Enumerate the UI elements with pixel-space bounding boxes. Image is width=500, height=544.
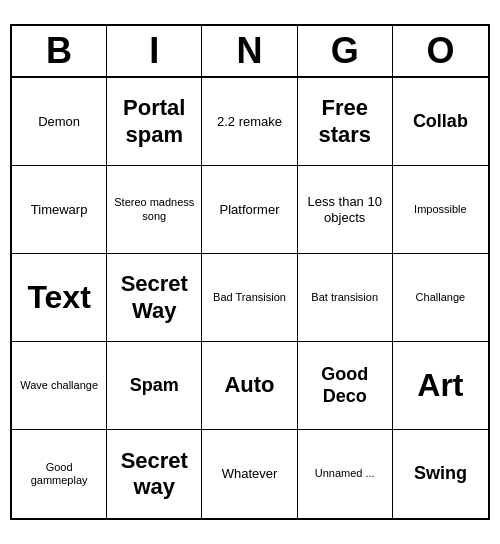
bingo-card: BINGO DemonPortal spam2.2 remakeFree sta…	[10, 24, 490, 520]
bingo-cell: Free stars	[298, 78, 393, 166]
bingo-cell: Secret way	[107, 430, 202, 518]
bingo-cell: Impossible	[393, 166, 488, 254]
bingo-cell: Less than 10 objects	[298, 166, 393, 254]
bingo-cell: Whatever	[202, 430, 297, 518]
bingo-cell: Demon	[12, 78, 107, 166]
bingo-cell: Swing	[393, 430, 488, 518]
bingo-cell: Text	[12, 254, 107, 342]
bingo-cell: Challange	[393, 254, 488, 342]
bingo-cell: Collab	[393, 78, 488, 166]
bingo-cell: Unnamed ...	[298, 430, 393, 518]
header-letter: I	[107, 26, 202, 76]
bingo-cell: Bad Transision	[202, 254, 297, 342]
bingo-cell: Art	[393, 342, 488, 430]
bingo-cell: Platformer	[202, 166, 297, 254]
header-letter: B	[12, 26, 107, 76]
header-letter: O	[393, 26, 488, 76]
bingo-cell: Secret Way	[107, 254, 202, 342]
bingo-cell: Good Deco	[298, 342, 393, 430]
bingo-cell: Portal spam	[107, 78, 202, 166]
bingo-cell: Timewarp	[12, 166, 107, 254]
header-letter: G	[298, 26, 393, 76]
header-letter: N	[202, 26, 297, 76]
bingo-cell: Spam	[107, 342, 202, 430]
bingo-cell: Stereo madness song	[107, 166, 202, 254]
bingo-cell: Bat transision	[298, 254, 393, 342]
bingo-cell: Wave challange	[12, 342, 107, 430]
bingo-cell: Good gammeplay	[12, 430, 107, 518]
bingo-cell: Auto	[202, 342, 297, 430]
bingo-grid: DemonPortal spam2.2 remakeFree starsColl…	[12, 78, 488, 518]
bingo-cell: 2.2 remake	[202, 78, 297, 166]
bingo-header: BINGO	[12, 26, 488, 78]
